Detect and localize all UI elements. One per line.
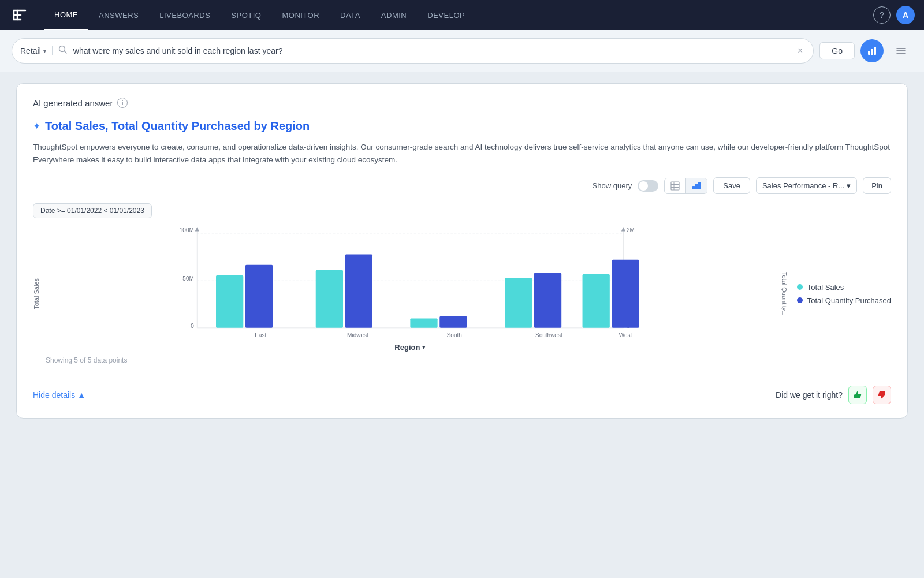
nav-item-monitor[interactable]: MONITOR [271,0,330,30]
card-divider [33,374,891,374]
search-bar-container: Retail ▾ × Go [0,30,924,72]
chart-title-sparkle-icon: ✦ [33,121,40,132]
menu-button[interactable] [889,39,912,62]
datasource-chevron-icon: ▾ [43,48,46,54]
chart-title-row: ✦ Total Sales, Total Quantity Purchased … [33,120,891,133]
view-toggle-group [664,178,707,194]
legend-dot-total-qty [797,297,803,303]
south-sales-bar [410,319,437,328]
legend-item-total-sales: Total Sales [797,283,891,292]
pinboard-label: Sales Performance - R... [762,181,844,190]
southwest-qty-bar [534,273,561,328]
nav-item-answers[interactable]: ANSWERS [88,0,149,30]
feedback-section: Did we get it right? [776,386,891,404]
chart-title: Total Sales, Total Quantity Purchased by… [45,120,310,133]
chart-description: ThoughtSpot empowers everyone to create,… [33,141,891,166]
search-icon [58,45,68,57]
search-bar: Retail ▾ × [12,38,814,64]
west-label: West [619,332,632,338]
user-avatar[interactable]: A [896,6,915,24]
info-icon[interactable]: i [117,98,128,108]
east-label: East [255,332,266,338]
midwest-qty-bar [345,255,372,328]
search-input[interactable] [73,46,789,55]
svg-rect-18 [692,186,695,189]
svg-rect-20 [698,182,701,189]
southwest-sales-bar [505,278,532,328]
south-qty-bar [439,316,467,328]
south-label: South [447,332,462,338]
card-footer: Hide details ▲ Did we get it right? [33,383,891,404]
chart-legend: Total Sales Total Quantity Purchased [788,223,891,364]
chart-view-button[interactable] [860,39,884,62]
nav-item-spotiq[interactable]: SPOTIQ [221,0,271,30]
show-query-toggle[interactable] [638,180,658,192]
chart-toolbar: Show query [33,177,891,194]
ai-header-title: AI generated answer [33,98,113,108]
east-sales-bar [216,275,243,328]
svg-rect-9 [871,49,873,55]
chart-svg: 100M 50M 0 2M 1M 0 [46,223,775,338]
legend-label-total-qty: Total Quantity Purchased [807,296,891,305]
svg-rect-14 [671,182,679,190]
go-button[interactable]: Go [819,42,855,59]
ai-answer-card: AI generated answer i ✦ Total Sales, Tot… [16,83,908,419]
hide-details-label: Hide details [33,390,75,400]
midwest-sales-bar [316,270,343,328]
table-view-button[interactable] [665,178,685,193]
nav-item-data[interactable]: DATA [330,0,371,30]
chart-x-axis-label-row: Region ▾ [46,343,775,352]
chart-area: Total Sales 100M 50M 0 2M 1M 0 [33,223,891,364]
midwest-label: Midwest [347,332,368,338]
pinboard-chevron-icon: ▾ [847,181,851,190]
pin-button[interactable]: Pin [863,177,891,194]
svg-rect-10 [874,47,876,55]
svg-rect-8 [868,51,870,55]
thumbs-up-button[interactable] [848,386,867,404]
hide-details-button[interactable]: Hide details ▲ [33,390,85,400]
y-axis-left-label: Total Sales [33,278,43,309]
west-sales-bar [583,274,610,328]
main-content: AI generated answer i ✦ Total Sales, Tot… [0,72,924,430]
help-button[interactable]: ? [873,6,891,24]
save-button[interactable]: Save [713,177,750,194]
logo[interactable] [9,5,30,25]
datasource-selector[interactable]: Retail ▾ [20,46,53,55]
legend-label-total-sales: Total Sales [807,283,844,292]
legend-item-total-qty: Total Quantity Purchased [797,296,891,305]
data-points-note: Showing 5 of 5 data points [46,356,775,364]
x-axis-region-chevron-icon[interactable]: ▾ [422,344,426,351]
southwest-label: Southwest [535,332,562,338]
chart-inner: 100M 50M 0 2M 1M 0 [46,223,775,364]
ai-header: AI generated answer i [33,98,891,108]
search-clear-button[interactable]: × [795,44,805,57]
east-qty-bar [245,265,273,328]
y-tick-2m: 2M [627,228,635,234]
date-filter[interactable]: Date >= 01/01/2022 < 01/01/2023 [33,203,152,218]
nav-item-admin[interactable]: ADMIN [371,0,417,30]
svg-rect-19 [695,184,698,189]
y-tick-0-left: 0 [191,323,194,329]
y-tick-50m: 50M [182,275,193,282]
svg-line-7 [64,51,66,54]
thumbs-down-button[interactable] [873,386,891,404]
chart-view-toggle-button[interactable] [685,178,707,193]
datasource-label: Retail [20,46,41,55]
nav-item-home[interactable]: HOME [44,0,88,30]
nav-item-develop[interactable]: DEVELOP [417,0,475,30]
x-axis-region-label: Region [394,343,420,352]
feedback-label: Did we get it right? [776,390,843,400]
y-axis-right-label: Total Quantity... [777,272,788,316]
show-query-label: Show query [593,181,632,190]
navbar: HOME ANSWERS LIVEBOARDS SPOTIQ MONITOR D… [0,0,924,30]
pinboard-selector[interactable]: Sales Performance - R... ▾ [756,177,857,194]
y-tick-100m: 100M [180,228,194,234]
hide-details-chevron-icon: ▲ [77,390,85,400]
nav-items: HOME ANSWERS LIVEBOARDS SPOTIQ MONITOR D… [44,0,869,30]
west-qty-bar [612,260,639,328]
legend-dot-total-sales [797,284,803,290]
nav-right: ? A [873,6,915,24]
nav-item-liveboards[interactable]: LIVEBOARDS [149,0,221,30]
